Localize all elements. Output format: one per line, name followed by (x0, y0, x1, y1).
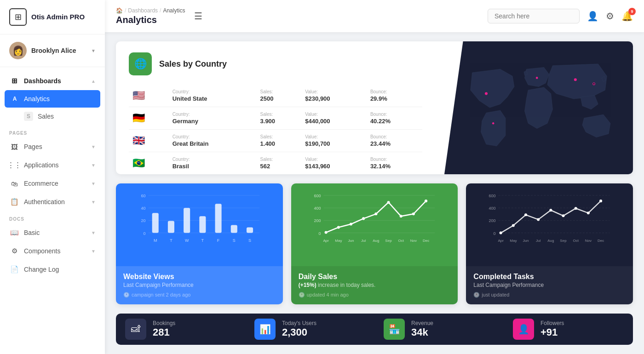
svg-point-31 (337, 226, 339, 228)
svg-text:T: T (201, 238, 204, 242)
stat-label: Today's Users (282, 320, 316, 326)
svg-text:May: May (335, 238, 342, 242)
notification-badge: 9 (628, 8, 636, 15)
hamburger-icon[interactable]: ☰ (194, 11, 202, 22)
notifications-icon[interactable]: 🔔 9 (621, 11, 633, 22)
svg-text:400: 400 (314, 206, 321, 211)
pages-section-label: PAGES (0, 125, 105, 137)
stat-value: +91 (540, 326, 564, 338)
docs-section-label: DOCS (0, 211, 105, 223)
daily-sales-suffix: increase in today sales. (318, 282, 375, 288)
svg-point-33 (362, 217, 365, 220)
sidebar-item-components[interactable]: ⚙ Components ▼ (0, 242, 105, 260)
sidebar-item-sales[interactable]: S Sales (0, 108, 105, 125)
daily-sales-highlight: (+15%) (299, 282, 316, 288)
daily-sales-title: Daily Sales (299, 273, 451, 281)
sidebar-item-dashboards[interactable]: ⊞ Dashboards ▲ (0, 72, 105, 90)
breadcrumb-dashboards[interactable]: Dashboards (128, 7, 158, 14)
sidebar-logo: ⊞ Otis Admin PRO (0, 0, 105, 34)
completed-tasks-card: 600 400 200 0 (466, 183, 633, 304)
svg-rect-12 (215, 204, 222, 233)
website-views-card: 60 40 20 0 M T (116, 183, 283, 304)
svg-point-34 (374, 212, 377, 215)
charts-row: 60 40 20 0 M T (116, 183, 633, 304)
analytics-icon: A (10, 94, 19, 103)
svg-text:S: S (248, 238, 251, 242)
svg-point-60 (550, 209, 552, 211)
sidebar-item-label: Authentication (24, 198, 91, 206)
sidebar-item-label: Ecommerce (24, 180, 91, 187)
svg-point-56 (500, 231, 502, 234)
user-chevron-icon: ▼ (91, 48, 96, 53)
sales-table-area: 🌐 Sales by Country 🇺🇸 Country: United St… (116, 41, 435, 174)
svg-text:T: T (170, 238, 172, 242)
map-marker (485, 92, 488, 95)
sidebar-item-changelog[interactable]: 📄 Change Log (0, 260, 105, 279)
completed-tasks-info: Completed Tasks Last Campaign Performanc… (466, 266, 633, 304)
sidebar-user[interactable]: 👩 Brooklyn Alice ▼ (0, 34, 105, 67)
components-icon: ⚙ (9, 246, 19, 256)
daily-sales-chart: 600 400 200 0 (291, 183, 458, 266)
sidebar-item-label: Components (24, 247, 91, 255)
stat-item: 👤 Followers +91 (504, 314, 633, 345)
sidebar-item-pages[interactable]: 🖼 Pages ▼ (0, 137, 105, 156)
daily-sales-info: Daily Sales (+15%) increase in today sal… (291, 266, 458, 304)
website-views-time: 🕐 campaign sent 2 days ago (123, 292, 276, 298)
user-profile-icon[interactable]: 👤 (587, 11, 598, 22)
sales-map-area (435, 41, 633, 174)
svg-point-63 (587, 211, 590, 214)
svg-text:W: W (185, 238, 189, 242)
svg-text:Dec: Dec (598, 238, 604, 242)
settings-icon[interactable]: ⚙ (606, 11, 614, 22)
sales-by-country-card: 🌐 Sales by Country 🇺🇸 Country: United St… (116, 41, 633, 174)
ecommerce-chevron-icon: ▼ (91, 181, 96, 186)
stat-item: 📊 Today's Users 2,300 (245, 314, 374, 345)
svg-text:Sep: Sep (560, 238, 567, 242)
svg-text:Nov: Nov (585, 238, 592, 242)
home-icon: 🏠 (116, 7, 123, 14)
applications-chevron-icon: ▼ (91, 163, 96, 168)
svg-text:May: May (510, 238, 517, 242)
content-area: 🌐 Sales by Country 🇺🇸 Country: United St… (105, 32, 644, 354)
line-chart-green-svg: 600 400 200 0 (299, 191, 451, 263)
stat-icon: 🛋 (125, 319, 146, 340)
website-views-info: Website Views Last Campaign Performance … (116, 266, 283, 304)
svg-point-30 (324, 231, 327, 234)
completed-tasks-time: 🕐 just updated (473, 292, 626, 298)
country-flag: 🇺🇸 (129, 85, 169, 107)
sidebar-item-applications[interactable]: ⋮⋮ Applications ▼ (0, 156, 105, 174)
completed-tasks-subtitle: Last Campaign Performance (473, 282, 626, 288)
sidebar-nav: ⊞ Dashboards ▲ A Analytics S Sales PAGES… (0, 67, 105, 354)
search-input[interactable] (494, 12, 573, 20)
sidebar-item-ecommerce[interactable]: 🛍 Ecommerce ▼ (0, 174, 105, 193)
topbar-right: 👤 ⚙ 🔔 9 (488, 9, 633, 23)
clock-icon: 🕐 (299, 292, 305, 298)
svg-text:S: S (233, 238, 236, 242)
svg-text:Oct: Oct (573, 238, 579, 242)
country-table: 🇺🇸 Country: United State Sales: 2500 Val… (129, 85, 422, 174)
main-area: 🏠 / Dashboards / Analytics Analytics ☰ 👤… (105, 0, 644, 354)
svg-text:F: F (217, 238, 220, 242)
table-row: 🇧🇷 Country: Brasil Sales: 562 Value: $14… (129, 152, 422, 174)
svg-point-36 (399, 215, 402, 217)
sidebar-item-label: Analytics (24, 95, 95, 103)
sales-title: Sales by Country (159, 59, 227, 69)
changelog-icon: 📄 (9, 264, 19, 274)
search-box[interactable] (488, 9, 580, 23)
svg-text:20: 20 (141, 218, 146, 223)
svg-text:Sep: Sep (385, 238, 392, 242)
svg-rect-13 (231, 225, 237, 233)
breadcrumb: 🏠 / Dashboards / Analytics Analytics (116, 7, 185, 25)
svg-text:Dec: Dec (423, 238, 429, 242)
svg-text:60: 60 (141, 194, 146, 198)
stat-icon: 📊 (254, 319, 276, 340)
sidebar-item-analytics[interactable]: A Analytics (5, 90, 100, 108)
table-row: 🇩🇪 Country: Germany Sales: 3.900 Value: … (129, 107, 422, 130)
country-flag: 🇧🇷 (129, 152, 169, 174)
sidebar-item-basic[interactable]: 📖 Basic ▼ (0, 223, 105, 242)
svg-rect-10 (184, 208, 190, 233)
sidebar-item-authentication[interactable]: 📋 Authentication ▼ (0, 193, 105, 211)
authentication-icon: 📋 (9, 197, 19, 207)
svg-point-35 (387, 201, 390, 204)
table-row: 🇺🇸 Country: United State Sales: 2500 Val… (129, 85, 422, 107)
